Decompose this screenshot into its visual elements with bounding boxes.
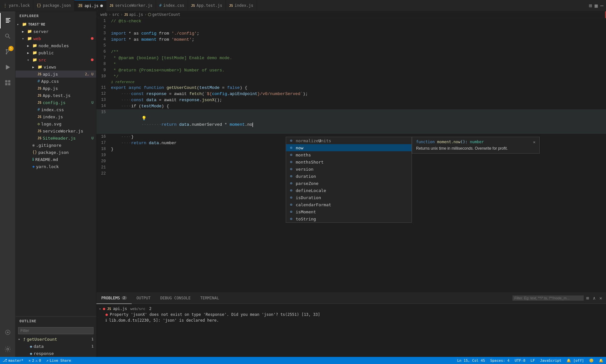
ac-item-version[interactable]: ⊙ version <box>286 166 412 173</box>
breadcrumb-web[interactable]: web <box>100 12 107 17</box>
json-file-icon: {} <box>32 150 37 155</box>
tree-package-json[interactable]: ▶ {} package.json <box>16 149 96 156</box>
bell-icon: 🔔 <box>599 359 603 363</box>
tree-api-js[interactable]: ▶ JS api.js 2, U <box>16 70 96 78</box>
ac-item-parseZone[interactable]: ⊙ parseZone <box>286 180 412 187</box>
tree-SiteHeader[interactable]: ▶ JS SiteHeader.js U <box>16 134 96 142</box>
tree-gitignore[interactable]: ▶ ◉ .gitignore <box>16 142 96 149</box>
code-line-6: 6 /** <box>96 49 606 55</box>
tree-root[interactable]: ▾ 📁 TOAST'RE <box>16 21 96 28</box>
panel-filter-input[interactable] <box>512 295 584 301</box>
status-live-share[interactable]: ↗ Live Share <box>44 357 74 364</box>
tree-index-css[interactable]: ▶ # index.css <box>16 106 96 113</box>
status-language[interactable]: JavaScript <box>537 357 564 364</box>
tree-web[interactable]: ▾ 📁 web <box>16 35 96 42</box>
breadcrumb-getUserCount[interactable]: ⬡ getUserCount <box>148 12 180 17</box>
outline-data[interactable]: ▶ ◈ data 1 <box>16 343 96 350</box>
problems-badge: 2 <box>122 296 127 300</box>
panel-tab-terminal[interactable]: TERMINAL <box>195 293 224 304</box>
svg-rect-15 <box>8 80 10 82</box>
outline-filter-input[interactable] <box>18 327 94 334</box>
ac-method-icon: ⊙ <box>289 202 294 207</box>
status-errors[interactable]: ✕ 2 ⚠ 0 <box>26 357 44 364</box>
tree-node-modules[interactable]: ▶ 📁 node_modules <box>16 42 96 49</box>
ac-item-months[interactable]: ⊙ months <box>286 151 412 158</box>
activity-settings[interactable] <box>0 341 16 357</box>
tree-app-js[interactable]: ▶ JS App.js <box>16 85 96 92</box>
tree-config-js[interactable]: ▶ JS config.js U <box>16 99 96 106</box>
lightbulb-icon[interactable]: 💡 <box>141 116 147 121</box>
tab-package-json[interactable]: {} package.json <box>33 0 74 11</box>
status-position[interactable]: Ln 15, Col 45 <box>455 357 488 364</box>
panel-up-button[interactable]: ∧ <box>591 295 597 301</box>
tree-server[interactable]: ▶ 📁 server <box>16 28 96 35</box>
ac-item-calendarFormat[interactable]: ⊙ calendarFormat <box>286 201 412 208</box>
status-bell[interactable]: 🔔 <box>596 357 606 364</box>
ac-item-normalizeUnits[interactable]: ⊙ normalizeUnits <box>286 137 412 144</box>
code-line-8: 8 * <box>96 61 606 67</box>
css-icon: # <box>159 3 161 8</box>
tree-public[interactable]: ▶ 📁 public <box>16 49 96 56</box>
ac-item-defineLocale[interactable]: ⊙ defineLocale <box>286 187 412 194</box>
activity-explorer[interactable] <box>0 13 16 28</box>
tab-serviceWorker[interactable]: JS serviceWorker.js <box>106 0 156 11</box>
tab-app-test[interactable]: JS App.test.js <box>188 0 226 11</box>
status-branch[interactable]: ⎇ master* <box>0 357 26 364</box>
more-actions-button[interactable]: ⋯ <box>600 3 603 9</box>
tab-label: serviceWorker.js <box>115 3 153 8</box>
language-text: JavaScript <box>540 359 561 363</box>
breadcrumb-src[interactable]: src <box>112 12 119 17</box>
panel-close-button[interactable]: ✕ <box>598 295 603 301</box>
problem-file-api[interactable]: ▾ ● JS api.js web/src 2 <box>96 306 606 312</box>
split-editor-button[interactable]: ⊞ <box>589 3 592 9</box>
status-smiley[interactable]: 😊 <box>587 357 596 364</box>
status-spaces[interactable]: Spaces: 4 <box>488 357 512 364</box>
web-label: web <box>33 36 96 41</box>
tab-index-css[interactable]: # index.css <box>156 0 188 11</box>
line-ending-text: LF <box>531 359 535 363</box>
tab-index-js[interactable]: JS index.js <box>226 0 257 11</box>
panel-tab-output[interactable]: OUTPUT <box>132 293 155 304</box>
activity-gitlens[interactable] <box>0 326 16 341</box>
panel-tab-debug-console[interactable]: DEBUG CONSOLE <box>155 293 195 304</box>
folder-icon: 📁 <box>38 65 42 69</box>
ac-item-toString[interactable]: ⊙ toString <box>286 215 412 222</box>
activity-run[interactable] <box>0 59 16 75</box>
problem-item-1[interactable]: ● Property 'jsonX' does not exist on typ… <box>96 312 606 317</box>
panel-expand-button[interactable]: ⊞ <box>585 295 590 301</box>
tab-yarn-lock[interactable]: ⋮ yarn.lock <box>0 0 33 11</box>
tree-views[interactable]: ▶ 📁 views <box>16 63 96 70</box>
tab-api-js[interactable]: JS api.js <box>74 0 106 11</box>
ac-item-monthsShort[interactable]: ⊙ monthsShort <box>286 158 412 166</box>
activity-source-control[interactable]: 5 <box>0 44 16 59</box>
breadcrumb-api-js[interactable]: JS api.js <box>124 12 143 17</box>
activity-search[interactable] <box>0 28 16 44</box>
logo-svg-label: logo.svg <box>41 122 96 126</box>
problem-item-2[interactable]: ℹ lib.dom.d.ts[2230, 5]: 'json' is decla… <box>96 317 606 323</box>
ac-item-isDuration[interactable]: ⊙ isDuration <box>286 194 412 201</box>
panel-tab-problems[interactable]: PROBLEMS 2 <box>96 293 132 304</box>
tree-serviceWorker[interactable]: ▶ JS serviceWorker.js <box>16 127 96 134</box>
status-encoding[interactable]: UTF-8 <box>512 357 528 364</box>
tree-app-css[interactable]: ▶ # App.css <box>16 78 96 85</box>
js-icon: JS <box>191 4 195 7</box>
output-label: OUTPUT <box>137 296 150 300</box>
outline-response[interactable]: ▶ ◈ response <box>16 350 96 357</box>
status-line-ending[interactable]: LF <box>528 357 537 364</box>
status-notifications[interactable]: 🔔 [off] <box>564 357 587 364</box>
tooltip-close-button[interactable]: × <box>533 140 535 145</box>
tree-app-test[interactable]: ▶ JS App.test.js <box>16 92 96 99</box>
ac-item-now[interactable]: ⊙ now <box>286 144 412 151</box>
tree-index-js[interactable]: ▶ JS index.js <box>16 113 96 120</box>
ac-item-isMoment[interactable]: ⊙ isMoment <box>286 208 412 215</box>
tree-src[interactable]: ▾ 📁 src <box>16 56 96 63</box>
activity-extensions[interactable] <box>0 75 16 91</box>
layout-button[interactable]: ▦ <box>595 3 598 9</box>
package-json-icon: {} <box>37 3 41 8</box>
tree-logo-svg[interactable]: ▶ ◇ logo.svg <box>16 120 96 127</box>
outline-getUserCount[interactable]: ▾ ƒ getUserCount 1 <box>16 336 96 343</box>
error-circle-icon: ● <box>105 312 108 317</box>
ac-item-duration[interactable]: ⊙ duration <box>286 173 412 180</box>
tree-yarn-lock[interactable]: ▶ ◈ yarn.lock <box>16 163 96 170</box>
tree-readme[interactable]: ▶ ℹ README.md <box>16 156 96 163</box>
